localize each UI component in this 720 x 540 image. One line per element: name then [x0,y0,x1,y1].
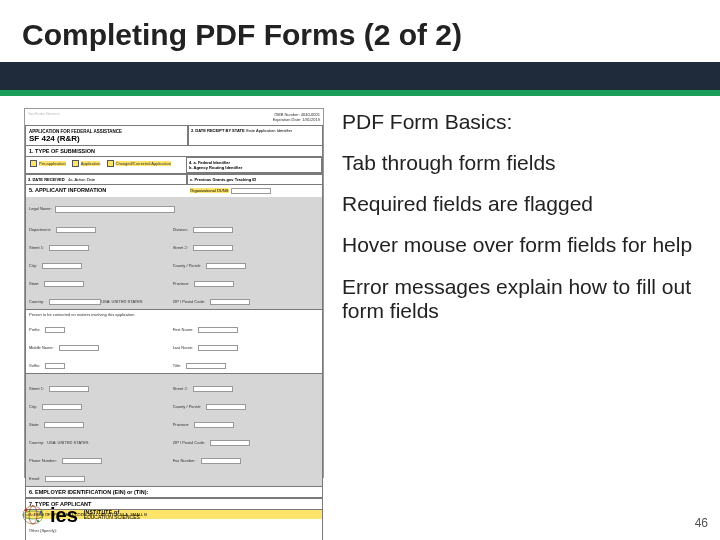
bullet-4: Error messages explain how to fill out f… [342,275,696,323]
section-6: 6. EMPLOYER IDENTIFICATION (EIN) or (TIN… [26,487,322,498]
expiration-date: Expiration Date: 1/31/2019 [273,117,320,122]
svg-point-6 [37,520,39,522]
form-watermark: View Burden Statement [28,112,59,122]
state-app-id: State Application Identifier [246,128,292,133]
svg-point-5 [40,511,42,513]
text-column: PDF Form Basics: Tab through form fields… [342,108,696,478]
title-bar: Completing PDF Forms (2 of 2) [0,0,720,62]
bullet-3: Hover mouse over form fields for help [342,233,696,257]
section-1: 1. TYPE OF SUBMISSION [26,146,322,157]
slide-title: Completing PDF Forms (2 of 2) [22,18,698,52]
form-number: SF 424 (R&R) [29,134,80,143]
logo-sub2: EDUCATION SCIENCES [84,515,140,520]
content-row: View Burden Statement OMB Number: 4040-0… [0,96,720,478]
form-thumbnail: View Burden Statement OMB Number: 4040-0… [24,108,324,478]
page-number: 46 [695,516,708,530]
svg-point-4 [25,509,28,512]
section-2: 2. DATE RECEIPT BY STATE [191,128,245,133]
section-3: 3. DATE RECEIVED [28,177,65,182]
slide: Completing PDF Forms (2 of 2) View Burde… [0,0,720,540]
section-5: 5. APPLICANT INFORMATION [26,185,188,197]
ies-logo: ies INSTITUTE of EDUCATION SCIENCES [20,504,140,526]
divider-dark [0,62,720,90]
globe-icon [20,504,46,526]
bullet-2: Required fields are flagged [342,192,696,216]
bullet-heading: PDF Form Basics: [342,110,696,134]
bullet-1: Tab through form fields [342,151,696,175]
logo-ies: ies [50,505,78,525]
